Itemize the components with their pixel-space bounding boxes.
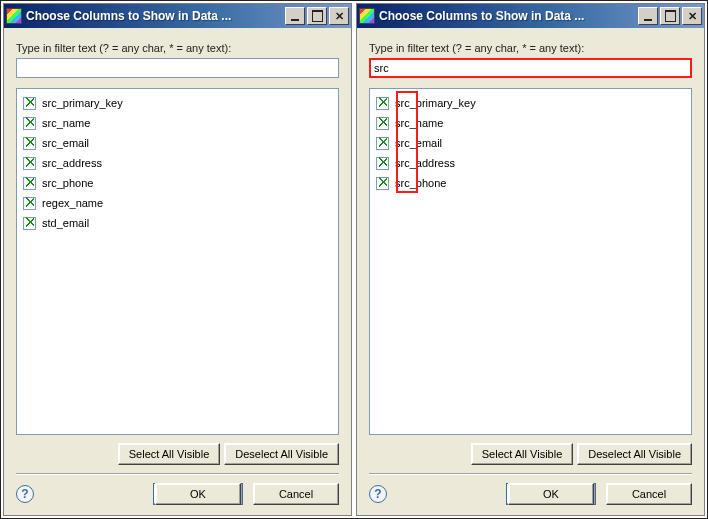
list-item-label: src_primary_key: [42, 97, 123, 109]
cancel-button[interactable]: Cancel: [253, 483, 339, 505]
app-icon: [359, 8, 375, 24]
filter-label: Type in filter text (? = any char, * = a…: [16, 42, 339, 54]
list-item[interactable]: src_name: [376, 113, 685, 133]
cancel-button[interactable]: Cancel: [606, 483, 692, 505]
separator: [369, 473, 692, 475]
deselect-all-visible-button[interactable]: Deselect All Visible: [577, 443, 692, 465]
ok-button-default-frame: OK: [153, 483, 243, 505]
checkbox[interactable]: [23, 217, 36, 230]
window-title: Choose Columns to Show in Data ...: [26, 9, 285, 23]
checkbox[interactable]: [376, 157, 389, 170]
help-icon[interactable]: ?: [369, 485, 387, 503]
close-button[interactable]: ✕: [329, 7, 349, 25]
minimize-button[interactable]: [285, 7, 305, 25]
titlebar: Choose Columns to Show in Data ... ✕: [357, 4, 704, 28]
list-item[interactable]: src_phone: [23, 173, 332, 193]
bottom-button-row: ? OK Cancel: [369, 483, 692, 505]
select-all-visible-button[interactable]: Select All Visible: [118, 443, 221, 465]
close-button[interactable]: ✕: [682, 7, 702, 25]
minimize-button[interactable]: [638, 7, 658, 25]
list-item[interactable]: src_phone: [376, 173, 685, 193]
select-button-row: Select All Visible Deselect All Visible: [369, 443, 692, 465]
dialog-body: Type in filter text (? = any char, * = a…: [357, 28, 704, 515]
list-item[interactable]: src_address: [376, 153, 685, 173]
checkbox[interactable]: [376, 97, 389, 110]
dialog-body: Type in filter text (? = any char, * = a…: [4, 28, 351, 515]
select-all-visible-button[interactable]: Select All Visible: [471, 443, 574, 465]
checkbox[interactable]: [23, 117, 36, 130]
list-item[interactable]: src_email: [376, 133, 685, 153]
ok-button[interactable]: OK: [155, 483, 241, 505]
help-icon[interactable]: ?: [16, 485, 34, 503]
checkbox[interactable]: [23, 197, 36, 210]
checkbox[interactable]: [376, 137, 389, 150]
filter-input[interactable]: [16, 58, 339, 78]
app-icon: [6, 8, 22, 24]
ok-button-default-frame: OK: [506, 483, 596, 505]
checkbox[interactable]: [23, 177, 36, 190]
maximize-button[interactable]: [660, 7, 680, 25]
list-item-label: src_name: [395, 117, 443, 129]
checkbox[interactable]: [376, 177, 389, 190]
bottom-button-row: ? OK Cancel: [16, 483, 339, 505]
list-item-label: src_address: [42, 157, 102, 169]
list-item-label: src_primary_key: [395, 97, 476, 109]
list-item[interactable]: src_name: [23, 113, 332, 133]
checkbox[interactable]: [23, 137, 36, 150]
titlebar: Choose Columns to Show in Data ... ✕: [4, 4, 351, 28]
list-item-label: src_phone: [395, 177, 446, 189]
list-item-label: src_address: [395, 157, 455, 169]
filter-label: Type in filter text (? = any char, * = a…: [369, 42, 692, 54]
list-item-label: regex_name: [42, 197, 103, 209]
deselect-all-visible-button[interactable]: Deselect All Visible: [224, 443, 339, 465]
column-list[interactable]: src_primary_key src_name src_email src_a…: [369, 88, 692, 435]
list-item-label: src_email: [42, 137, 89, 149]
list-item[interactable]: src_address: [23, 153, 332, 173]
list-item[interactable]: regex_name: [23, 193, 332, 213]
list-item-label: src_name: [42, 117, 90, 129]
ok-button[interactable]: OK: [508, 483, 594, 505]
list-item-label: std_email: [42, 217, 89, 229]
select-button-row: Select All Visible Deselect All Visible: [16, 443, 339, 465]
maximize-button[interactable]: [307, 7, 327, 25]
list-item-label: src_email: [395, 137, 442, 149]
dialog-choose-columns: Choose Columns to Show in Data ... ✕ Typ…: [3, 3, 352, 516]
checkbox[interactable]: [23, 157, 36, 170]
list-item[interactable]: src_primary_key: [23, 93, 332, 113]
column-list[interactable]: src_primary_key src_name src_email src_a…: [16, 88, 339, 435]
list-item[interactable]: std_email: [23, 213, 332, 233]
list-item[interactable]: src_primary_key: [376, 93, 685, 113]
filter-input[interactable]: [369, 58, 692, 78]
window-title: Choose Columns to Show in Data ...: [379, 9, 638, 23]
checkbox[interactable]: [376, 117, 389, 130]
separator: [16, 473, 339, 475]
window-controls: ✕: [638, 7, 704, 25]
list-item-label: src_phone: [42, 177, 93, 189]
checkbox[interactable]: [23, 97, 36, 110]
dialog-choose-columns: Choose Columns to Show in Data ... ✕ Typ…: [356, 3, 705, 516]
list-item[interactable]: src_email: [23, 133, 332, 153]
window-controls: ✕: [285, 7, 351, 25]
